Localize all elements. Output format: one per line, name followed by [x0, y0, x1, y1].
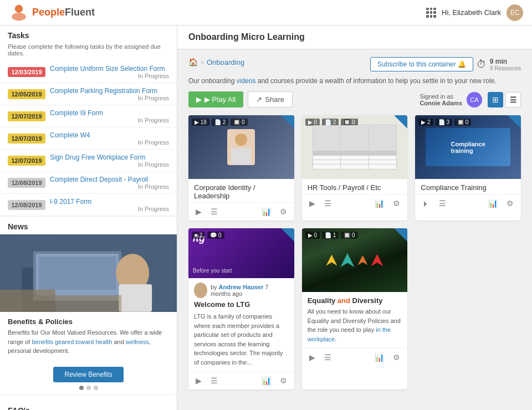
task-date: 12/08/2019	[8, 178, 45, 188]
stats-card-button[interactable]: 📊	[372, 198, 387, 209]
task-link[interactable]: Complete Direct Deposit - Payroll	[50, 176, 169, 183]
task-inner: I-9 2017 Form In Progress	[50, 198, 169, 212]
task-inner: Sign Drug Free Workplace Form In Progres…	[50, 153, 169, 168]
tasks-title: Tasks	[0, 25, 177, 43]
card-compliance-training: Compliancetraining ▶ 2 📄 3 🔲 0 Complianc…	[415, 115, 521, 221]
blog-meta: by Andrew Hauser 7 months ago	[188, 278, 294, 300]
task-link[interactable]: Complete Uniform Size Selection Form	[50, 65, 169, 73]
play-equality-button[interactable]: ▶	[306, 352, 318, 363]
time-info: Subscribe to this container 🔔 ⏱ 9 min 9 …	[370, 57, 521, 71]
task-link[interactable]: Complete I9 Form	[50, 109, 169, 117]
review-benefits-button[interactable]: Review Benefits	[53, 367, 123, 382]
grid-view-button[interactable]: ⊞	[488, 92, 503, 107]
task-status: In Progress	[138, 183, 169, 190]
equality-and-link[interactable]: and	[337, 296, 350, 305]
badge-docs: 📄 1	[322, 232, 339, 239]
benefits-link-3[interactable]: wellness	[126, 339, 149, 345]
task-link[interactable]: Complete Parking Registration Form	[50, 87, 169, 95]
origami-bird-yellow	[326, 255, 337, 266]
share-icon: ↗	[256, 95, 262, 104]
compliance-key: Compliancetraining	[426, 128, 510, 166]
list-card-button[interactable]: ☰	[321, 198, 334, 209]
equality-text: All you need to know about our Equality …	[302, 307, 408, 348]
task-row: 12/07/2019 Complete W4 In Progress	[0, 127, 177, 150]
settings-blog-button[interactable]: ⚙	[277, 375, 290, 386]
settings-equality-button[interactable]: ⚙	[390, 352, 403, 363]
subscribe-button[interactable]: Subscribe to this container 🔔	[370, 57, 473, 71]
play-card-button[interactable]: ▶	[193, 206, 204, 217]
author-link[interactable]: Andrew Hauser	[219, 284, 264, 290]
badge-docs: 📄 2	[212, 119, 228, 126]
card-title: HR Tools / Payroll / Etc	[302, 179, 408, 194]
task-row: 12/08/2019 I-9 2017 Form In Progress	[0, 194, 177, 216]
apps-grid-icon[interactable]	[426, 8, 436, 18]
logo: PeopleFluent	[9, 3, 95, 23]
stats-blog-button[interactable]: 📊	[259, 375, 274, 386]
badge-videos: ▶ 18	[192, 119, 209, 126]
list-view-button[interactable]: ☰	[505, 92, 521, 107]
logo-text: PeopleFluent	[32, 7, 95, 18]
card-title: Compliance Training	[415, 179, 521, 194]
hr-table-mock	[313, 125, 397, 170]
news-image	[0, 234, 177, 312]
equality-card-actions: ▶ ☰ 📊 ⚙	[302, 348, 408, 366]
user-avatar[interactable]: EC	[507, 4, 523, 21]
carousel-dot-2[interactable]	[86, 386, 91, 390]
task-inner: Complete W4 In Progress	[50, 131, 169, 146]
task-inner: Complete Parking Registration Form In Pr…	[50, 87, 169, 101]
badge-docs: 📄 2	[322, 119, 339, 126]
clock-icon: ⏱	[477, 59, 487, 70]
play-blog-button[interactable]: ▶	[193, 375, 204, 386]
task-inner: Complete Direct Deposit - Payroll In Pro…	[50, 176, 169, 190]
list-equality-button[interactable]: ☰	[321, 352, 334, 363]
origami-bird-orange	[357, 255, 367, 265]
right-panel: Onboarding Micro Learning 🏠 › Onboarding…	[177, 25, 532, 410]
news-content: Benefits & Policies Benefits for Our Mos…	[0, 312, 177, 361]
stats-card-button[interactable]: 📊	[259, 206, 274, 217]
carousel-dot-3[interactable]	[94, 386, 98, 390]
equality-workplace-link[interactable]: in the workplace	[308, 326, 391, 342]
news-image-inner	[0, 234, 177, 312]
breadcrumb-home-icon[interactable]: 🏠	[188, 58, 198, 66]
onboarding-description: Our onboarding videos and courses provid…	[188, 76, 521, 86]
left-panel: Tasks Please complete the following task…	[0, 25, 177, 410]
card-welcome-ltg: ltg Before you start ♥ 2 💬 0 by A	[188, 228, 294, 390]
play-card-button[interactable]: ⏵	[420, 198, 433, 209]
task-link[interactable]: I-9 2017 Form	[50, 198, 169, 206]
videos-link[interactable]: videos	[237, 77, 256, 85]
carousel-dots	[0, 386, 177, 394]
task-inner: Complete I9 Form In Progress	[50, 109, 169, 124]
user-greeting: Hi, Elizabeth Clark	[442, 8, 501, 17]
svg-rect-11	[55, 295, 122, 312]
task-link[interactable]: Sign Drug Free Workplace Form	[50, 153, 169, 161]
ltg-thumb-bg: ltg Before you start ♥ 2 💬 0	[188, 228, 294, 278]
task-link[interactable]: Complete W4	[50, 131, 169, 139]
settings-card-button[interactable]: ⚙	[277, 206, 290, 217]
equality-title-text: Equality and Diversity	[308, 296, 383, 305]
tasks-section: Tasks Please complete the following task…	[0, 25, 177, 216]
list-blog-button[interactable]: ☰	[208, 375, 221, 386]
origami-bird-teal	[340, 253, 354, 267]
benefits-link-2[interactable]: health	[95, 339, 112, 345]
breadcrumb-onboarding[interactable]: Onboarding	[207, 58, 244, 66]
badge-other: 🔲 0	[454, 119, 471, 126]
carousel-dot-1[interactable]	[79, 386, 84, 390]
list-card-button[interactable]: ☰	[436, 198, 449, 209]
settings-card-button[interactable]: ⚙	[504, 198, 516, 209]
settings-card-button[interactable]: ⚙	[390, 198, 403, 209]
list-card-button[interactable]: ☰	[208, 206, 221, 217]
task-date: 12/07/2019	[8, 134, 45, 144]
share-button[interactable]: ↗ Share	[248, 91, 293, 107]
view-icons: ⊞ ☰	[488, 92, 521, 107]
play-card-button[interactable]: ▶	[306, 198, 318, 209]
svg-point-2	[12, 13, 25, 20]
benefits-link-1[interactable]: benefits geared toward	[32, 339, 94, 345]
news-section: News	[0, 216, 177, 394]
cards-grid-row2: ltg Before you start ♥ 2 💬 0 by A	[188, 228, 521, 390]
stats-equality-button[interactable]: 📊	[372, 352, 387, 363]
signed-in-name: Connie Adams	[420, 100, 462, 106]
stats-card-button[interactable]: 📊	[485, 198, 500, 209]
time-resources: 9 min 9 Resources	[490, 58, 521, 71]
play-all-button[interactable]: ▶ ▶ Play All	[188, 91, 243, 107]
faq-title: FAQ's	[0, 401, 177, 411]
